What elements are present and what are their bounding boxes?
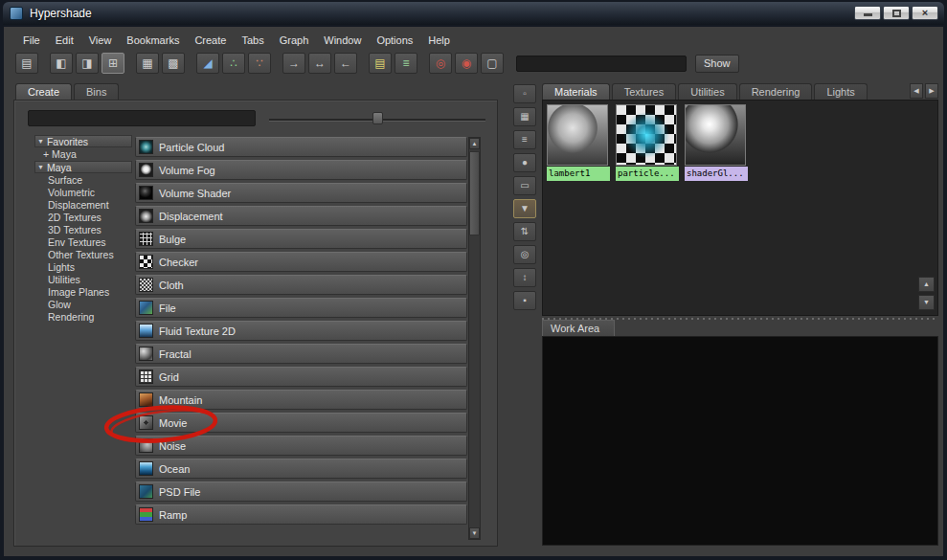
node-item-mountain[interactable]: Mountain xyxy=(135,390,467,410)
scroll-down-icon[interactable]: ▼ xyxy=(469,527,480,539)
input-output-connections-button[interactable]: ↔ xyxy=(308,53,331,74)
tree-item-displacement[interactable]: Displacement xyxy=(34,199,132,212)
swatch-grid-large-button[interactable]: ▩ xyxy=(162,53,185,74)
tree-item-lights[interactable]: Lights xyxy=(34,261,132,274)
tab-lights[interactable]: Lights xyxy=(814,83,867,101)
node-item-checker[interactable]: Checker xyxy=(135,252,467,272)
menu-item-create[interactable]: Create xyxy=(187,33,234,48)
tree-item-rendering[interactable]: Rendering xyxy=(34,311,132,324)
isolate-select-button[interactable]: ◉ xyxy=(455,53,478,74)
node-item-particle-cloud[interactable]: Particle Cloud xyxy=(135,137,467,157)
node-item-file[interactable]: File xyxy=(135,298,467,318)
swatch-size-slider[interactable] xyxy=(269,116,485,123)
node-item-displacement[interactable]: Displacement xyxy=(135,206,467,226)
glow-swatch-image xyxy=(685,104,746,166)
download-arrow-button[interactable]: ▼ xyxy=(513,199,536,218)
pin-selected-button[interactable]: ◎ xyxy=(429,53,452,74)
tree-item-utilities[interactable]: Utilities xyxy=(34,274,132,286)
tab-textures[interactable]: Textures xyxy=(612,83,677,101)
menu-item-help[interactable]: Help xyxy=(420,33,458,48)
tab-utilities[interactable]: Utilities xyxy=(678,83,736,101)
layout-vertical-split-button[interactable]: ◧ xyxy=(50,53,73,74)
tree-item-3d-textures[interactable]: 3D Textures xyxy=(34,224,132,236)
middle-toolbar: ▫▦≡●▭▼⇅◎↕▪ xyxy=(513,84,538,310)
menu-item-window[interactable]: Window xyxy=(316,33,369,48)
node-item-psd-file[interactable]: PSD File xyxy=(135,482,467,502)
titlebar[interactable]: Hypershade × xyxy=(3,2,944,25)
move-vertical-button[interactable]: ↕ xyxy=(513,268,536,287)
scrollbar-thumb[interactable] xyxy=(469,151,480,235)
menu-item-bookmarks[interactable]: Bookmarks xyxy=(119,33,187,48)
node-item-fractal[interactable]: Fractal xyxy=(135,344,467,364)
tab-rendering[interactable]: Rendering xyxy=(739,83,813,101)
tree-item-volumetric[interactable]: Volumetric xyxy=(34,187,132,199)
add-selected-button[interactable]: ∵ xyxy=(248,53,271,74)
tree-header-favorites[interactable]: ▼Favorites xyxy=(34,135,132,147)
node-item-movie[interactable]: Movie xyxy=(135,413,467,433)
node-item-volume-shader[interactable]: Volume Shader xyxy=(135,183,467,203)
slider-handle[interactable] xyxy=(372,112,383,124)
tab-scroll-left-icon[interactable]: ◀ xyxy=(910,83,923,99)
tab-create[interactable]: Create xyxy=(15,83,72,101)
tree-item-surface[interactable]: Surface xyxy=(34,174,132,187)
tree-item-image-planes[interactable]: Image Planes xyxy=(34,286,132,299)
swatch-shadergl[interactable]: shaderGl... xyxy=(685,104,748,181)
output-connections-button[interactable]: ← xyxy=(334,53,357,74)
filter-list-button[interactable]: ≡ xyxy=(395,53,417,74)
layout-quarter-button[interactable]: ⊞ xyxy=(101,53,124,74)
swatch-list-button[interactable]: ≡ xyxy=(513,130,536,149)
pin-swatch-button[interactable]: ◎ xyxy=(513,245,536,264)
scroll-up-icon[interactable]: ▲ xyxy=(469,138,480,149)
menu-item-options[interactable]: Options xyxy=(369,33,420,48)
swatch-lambert1[interactable]: lambert1 xyxy=(547,104,610,181)
layout-horizontal-split-button[interactable]: ◨ xyxy=(76,53,99,74)
show-button[interactable]: Show xyxy=(695,55,739,73)
tab-materials[interactable]: Materials xyxy=(542,83,610,101)
node-item-ramp[interactable]: Ramp xyxy=(135,504,467,525)
swatch-particle[interactable]: particle... xyxy=(616,104,679,181)
small-swatch-button[interactable]: ▪ xyxy=(513,291,536,310)
tree-header-maya[interactable]: ▼Maya xyxy=(34,161,132,173)
node-list-scrollbar[interactable]: ▲ ▼ xyxy=(468,137,481,540)
sort-order-button[interactable]: ⇅ xyxy=(513,222,536,241)
create-asset-button[interactable]: ▤ xyxy=(369,53,392,74)
node-item-cloth[interactable]: Cloth xyxy=(135,275,467,295)
node-item-fluid-texture-2d[interactable]: Fluid Texture 2D xyxy=(135,321,467,341)
node-item-grid[interactable]: Grid xyxy=(135,367,467,387)
tree-item-glow[interactable]: Glow xyxy=(34,299,132,311)
clear-view-button[interactable]: ▭ xyxy=(513,176,536,195)
tab-bins[interactable]: Bins xyxy=(74,83,119,101)
menu-item-edit[interactable]: Edit xyxy=(48,33,81,48)
tree-item-other-textures[interactable]: Other Textures xyxy=(34,249,132,261)
render-swatch-button[interactable]: ● xyxy=(513,153,536,172)
menu-item-view[interactable]: View xyxy=(81,33,120,48)
create-node-button[interactable]: ▤ xyxy=(15,53,38,74)
minimize-button[interactable] xyxy=(854,6,881,20)
tab-scroll-right-icon[interactable]: ▶ xyxy=(925,83,938,99)
search-input[interactable] xyxy=(516,56,687,72)
work-area[interactable] xyxy=(542,336,938,546)
node-item-bulge[interactable]: Bulge xyxy=(135,229,467,249)
tree-item-2d-textures[interactable]: 2D Textures xyxy=(34,212,132,224)
marquee-select-button[interactable]: ▢ xyxy=(481,53,504,74)
work-area-tab[interactable]: Work Area xyxy=(542,320,615,336)
swatch-scroll-up-icon[interactable]: ▲ xyxy=(918,277,935,292)
swatch-grid-button[interactable]: ▦ xyxy=(513,107,536,126)
node-item-volume-fog[interactable]: Volume Fog xyxy=(135,160,467,180)
maximize-button[interactable] xyxy=(883,6,910,20)
menu-item-graph[interactable]: Graph xyxy=(272,33,317,48)
node-filter-input[interactable] xyxy=(28,110,256,126)
node-item-noise[interactable]: Noise xyxy=(135,436,467,456)
tree-item-maya[interactable]: + Maya xyxy=(34,148,132,161)
clear-graph-button[interactable]: ◢ xyxy=(196,53,219,74)
menu-item-tabs[interactable]: Tabs xyxy=(234,33,271,48)
close-button[interactable]: × xyxy=(912,6,938,20)
swatch-outline-button[interactable]: ▫ xyxy=(513,84,536,103)
swatch-grid-small-button[interactable]: ▦ xyxy=(136,53,159,74)
input-connections-button[interactable]: → xyxy=(282,53,305,74)
menu-item-file[interactable]: File xyxy=(15,33,48,48)
rearrange-graph-button[interactable]: ∴ xyxy=(222,53,245,74)
node-item-ocean[interactable]: Ocean xyxy=(135,459,467,479)
swatch-scroll-down-icon[interactable]: ▼ xyxy=(918,295,935,310)
tree-item-env-textures[interactable]: Env Textures xyxy=(34,236,132,249)
